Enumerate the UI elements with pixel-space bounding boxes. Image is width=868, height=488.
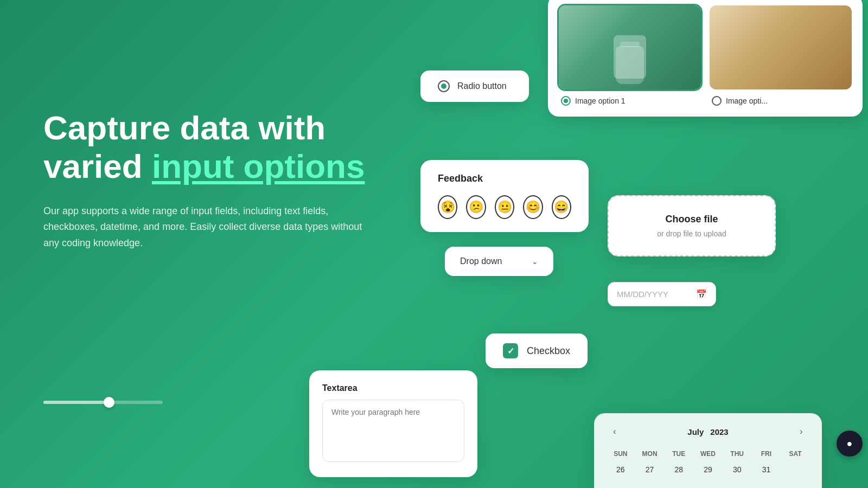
calendar-card: ‹ July 2023 › SUN MON TUE WED THU FRI SA… [594, 413, 822, 488]
checkbox-card: ✓ Checkbox [486, 333, 588, 368]
emoji-good[interactable]: 😊 [523, 195, 542, 219]
feedback-emojis: 😵 😕 😐 😊 😄 [438, 195, 571, 219]
image-option-1-img [559, 5, 701, 89]
cal-header-thu: THU [724, 448, 751, 460]
file-upload-card[interactable]: Choose file or drop file to upload [608, 195, 776, 256]
headline: Capture data with varied input options [43, 108, 434, 186]
cal-date-empty [782, 462, 809, 477]
checkbox-label: Checkbox [527, 345, 570, 357]
textarea-input[interactable] [322, 400, 464, 462]
cal-header-sun: SUN [607, 448, 634, 460]
image-option-2-img [710, 5, 852, 89]
cal-header-fri: FRI [753, 448, 780, 460]
slider-track[interactable] [43, 401, 163, 404]
image-option-1-label: Image option 1 [575, 97, 626, 105]
date-input-placeholder: MM/DD/YYYY [617, 290, 692, 299]
checkbox-input[interactable]: ✓ [503, 343, 518, 358]
emoji-very-bad[interactable]: 😵 [438, 195, 457, 219]
cal-date-30[interactable]: 30 [724, 462, 751, 477]
feedback-title: Feedback [438, 173, 571, 184]
image-options-card: Image option 1 Image opti... [548, 0, 863, 117]
cal-header-tue: TUE [665, 448, 692, 460]
file-upload-subtitle: or drop file to upload [630, 229, 753, 238]
image-option-1-radio: Image option 1 [559, 96, 701, 106]
img-radio-circle-2[interactable] [712, 96, 722, 106]
emoji-neutral[interactable]: 😐 [495, 195, 514, 219]
textarea-title: Textarea [322, 383, 464, 393]
dropdown-card[interactable]: Drop down ⌄ [445, 247, 553, 276]
calendar-header: ‹ July 2023 › [607, 424, 809, 439]
cal-date-31[interactable]: 31 [753, 462, 780, 477]
calendar-grid: SUN MON TUE WED THU FRI SAT 26 27 28 29 … [607, 448, 809, 477]
cal-date-28[interactable]: 28 [665, 462, 692, 477]
radio-inner [441, 84, 446, 89]
slider-fill [43, 401, 109, 404]
img-radio-inner-1 [564, 99, 568, 103]
slider-container [43, 401, 163, 404]
img-radio-circle-1[interactable] [561, 96, 571, 106]
calendar-icon: 📅 [696, 289, 707, 299]
calendar-year: 2023 [710, 427, 728, 436]
textarea-card: Textarea [309, 370, 477, 477]
radio-button-card: Radio button [420, 70, 529, 102]
emoji-great[interactable]: 😄 [552, 195, 571, 219]
circle-button-icon: ● [847, 438, 853, 450]
jar-decoration [616, 46, 644, 84]
radio-circle[interactable] [438, 80, 450, 92]
image-option-2[interactable]: Image opti... [710, 5, 852, 106]
radio-label: Radio button [457, 81, 507, 91]
chevron-down-icon: ⌄ [532, 257, 538, 266]
cal-date-29[interactable]: 29 [694, 462, 722, 477]
slider-thumb[interactable] [104, 397, 114, 408]
date-picker-card[interactable]: MM/DD/YYYY 📅 [608, 282, 716, 306]
cal-date-27[interactable]: 27 [636, 462, 663, 477]
hero-section: Capture data with varied input options O… [43, 108, 434, 252]
image-option-2-label: Image opti... [726, 97, 768, 105]
cal-date-26[interactable]: 26 [607, 462, 634, 477]
cal-header-wed: WED [694, 448, 722, 460]
image-option-1[interactable]: Image option 1 [559, 5, 701, 106]
image-option-2-radio: Image opti... [710, 96, 852, 106]
calendar-month-year: July 2023 [687, 427, 728, 436]
circle-action-button[interactable]: ● [837, 431, 863, 457]
dropdown-label: Drop down [460, 256, 502, 266]
emoji-bad[interactable]: 😕 [466, 195, 486, 219]
calendar-month: July [687, 427, 704, 436]
cal-header-mon: MON [636, 448, 663, 460]
calendar-prev-button[interactable]: ‹ [607, 424, 622, 439]
cal-header-sat: SAT [782, 448, 809, 460]
subtitle-text: Our app supports a wide range of input f… [43, 203, 380, 252]
feedback-card: Feedback 😵 😕 😐 😊 😄 [420, 160, 589, 232]
file-upload-title: Choose file [630, 214, 753, 225]
headline-highlight: input options [152, 147, 365, 185]
calendar-next-button[interactable]: › [794, 424, 809, 439]
